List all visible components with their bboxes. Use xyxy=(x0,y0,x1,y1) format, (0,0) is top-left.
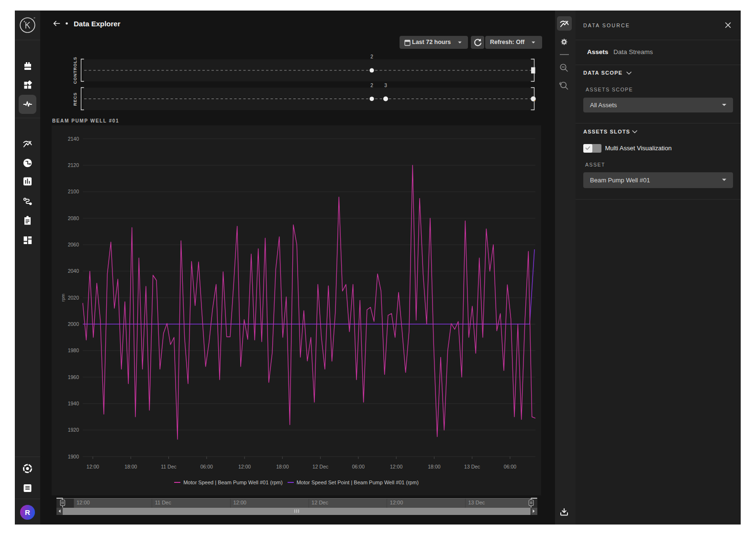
svg-text:R: R xyxy=(25,508,30,516)
